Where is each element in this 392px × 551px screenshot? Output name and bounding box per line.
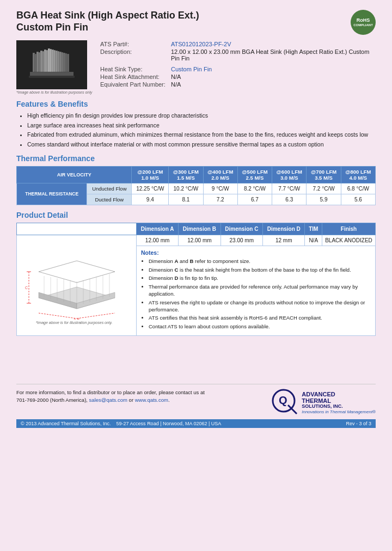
footer-contact: For more information, to find a distribu… — [16, 389, 205, 405]
note-3: Dimension D is fin tip to fin tip. — [149, 275, 371, 282]
note-6: ATS certifies that this heat sink assemb… — [149, 315, 371, 322]
svg-line-41 — [77, 313, 115, 319]
svg-rect-10 — [67, 54, 69, 72]
footer-contact-text: For more information, to find a distribu… — [16, 389, 205, 403]
col-200lfm: @200 LFM1.0 M/S — [132, 166, 169, 183]
unducted-600: 7.7 °C/W — [272, 183, 307, 194]
title-line1: BGA Heat Sink (High Aspect Ratio Ext.) — [16, 10, 199, 21]
notes-list: Dimension A and B refer to component siz… — [141, 258, 371, 330]
unducted-200: 12.25 °C/W — [132, 183, 169, 194]
dim-c-value: 23.00 mm — [220, 235, 262, 246]
finish-value: BLACK ANODIZED — [322, 235, 376, 246]
ducted-700: 5.9 — [307, 194, 341, 205]
svg-rect-16 — [53, 50, 56, 72]
dim-d-value: 12 mm — [263, 235, 305, 246]
product-details: ATS Part#: ATS012012023-PF-2V Descriptio… — [98, 40, 376, 94]
svg-rect-19 — [65, 53, 67, 72]
description-value: 12.00 x 12.00 x 23.00 mm BGA Heat Sink (… — [169, 48, 376, 62]
rohs-text: RoHS — [357, 17, 370, 23]
tim-value: N/A — [305, 235, 322, 246]
ducted-label: Ducted Flow — [87, 194, 132, 205]
copyright-bar: © 2013 Advanced Thermal Solutions, Inc. … — [16, 419, 376, 428]
footer: For more information, to find a distribu… — [16, 384, 376, 416]
ducted-800: 5.6 — [341, 194, 375, 205]
ducted-200: 9.4 — [132, 194, 169, 205]
col-500lfm: @500 LFM2.5 M/S — [237, 166, 272, 183]
dim-b-header: Dimension B — [179, 223, 220, 235]
header: BGA Heat Sink (High Aspect Ratio Ext.) C… — [16, 10, 376, 35]
ats-tagline: Innovations in Thermal Management® — [302, 409, 376, 414]
heat-sink-type-label: Heat Sink Type: — [98, 65, 169, 73]
feature-3: Fabricated from extruded aluminum, which… — [27, 131, 376, 139]
title-line2: Custom Pin Fin — [16, 22, 88, 33]
detail-table: ATS Part#: ATS012012023-PF-2V Descriptio… — [98, 40, 376, 88]
schematic-svg: C A,B — [22, 238, 126, 320]
svg-rect-0 — [30, 72, 74, 76]
note-1: Dimension A and B refer to component siz… — [149, 258, 371, 265]
heat-sink-type-value: Custom Pin Fin — [169, 65, 376, 73]
heat-sink-attachment-value: N/A — [169, 73, 376, 81]
svg-marker-35 — [39, 261, 115, 283]
note-5: ATS reserves the right to update or chan… — [149, 299, 371, 314]
product-image-box — [16, 40, 87, 89]
col-800lfm: @800 LFM4.0 M/S — [341, 166, 375, 183]
col-700lfm: @700 LFM3.5 M/S — [307, 166, 341, 183]
schematic-image-area: C A,B *Image above is for illustration p… — [20, 238, 128, 325]
heat-sink-attachment-label: Heat Sink Attachment: — [98, 73, 169, 81]
schematic-image-cell: C A,B *Image above is for illustration p… — [17, 235, 137, 335]
page: BGA Heat Sink (High Aspect Ratio Ext.) C… — [0, 0, 392, 551]
unducted-300: 10.2 °C/W — [169, 183, 203, 194]
svg-rect-12 — [38, 52, 40, 72]
ats-part-label: ATS Part#: — [98, 40, 169, 48]
unducted-500: 8.2 °C/W — [237, 183, 272, 194]
product-info: *Image above is for illustration purpose… — [16, 40, 376, 94]
col-400lfm: @400 LFM2.0 M/S — [203, 166, 237, 183]
product-detail-table: Schematic Image Dimension A Dimension B … — [16, 223, 376, 336]
equivalent-part-value: N/A — [169, 81, 376, 88]
unducted-700: 7.2 °C/W — [307, 183, 341, 194]
footer-website[interactable]: www.qats.com — [135, 397, 168, 403]
feature-2: Large surface area increases heat sink p… — [27, 121, 376, 130]
unducted-label: Unducted Flow — [87, 183, 132, 194]
equivalent-part-label: Equivalent Part Number: — [98, 81, 169, 88]
thermal-resistance-header: THERMAL RESISTANCE — [17, 183, 87, 205]
features-heading: Features & Benefits — [16, 100, 376, 108]
note-4: Thermal performance data are provided fo… — [149, 284, 371, 298]
svg-rect-11 — [34, 54, 36, 72]
svg-rect-13 — [42, 51, 44, 72]
dim-c-header: Dimension C — [220, 223, 262, 235]
ats-text-block: ADVANCED THERMAL SOLUTIONS, INC. Innovat… — [302, 391, 376, 414]
heatsink-illustration — [19, 42, 84, 88]
copyright: © 2013 Advanced Thermal Solutions, Inc. — [21, 421, 111, 426]
copyright-text: © 2013 Advanced Thermal Solutions, Inc. … — [21, 421, 221, 426]
footer-email[interactable]: sales@qats.com — [89, 397, 127, 403]
note-7: Contact ATS to learn about custom option… — [149, 323, 371, 330]
page-ref: Rev - 3 of 3 — [346, 421, 371, 426]
tim-header: TIM — [305, 223, 322, 235]
header-title: BGA Heat Sink (High Aspect Ratio Ext.) C… — [16, 10, 199, 33]
ducted-300: 8.1 — [169, 194, 203, 205]
finish-header: Finish — [322, 223, 376, 235]
ats-q-logo: Q — [272, 389, 299, 416]
ducted-600: 6.3 — [272, 194, 307, 205]
svg-text:A,B: A,B — [74, 317, 80, 320]
product-detail-heading: Product Detail — [16, 211, 376, 219]
svg-rect-18 — [61, 52, 63, 72]
ducted-500: 6.7 — [237, 194, 272, 205]
ats-logo: Q ADVANCED THERMAL SOLUTIONS, INC. Innov… — [272, 389, 376, 416]
feature-1: High efficiency pin fin design provides … — [27, 112, 376, 120]
svg-text:Q: Q — [279, 394, 287, 406]
notes-cell: Notes: Dimension A and B refer to compon… — [137, 246, 376, 335]
product-image-caption: *Image above is for illustration purpose… — [16, 90, 93, 94]
air-velocity-header: AIR VELOCITY — [17, 166, 132, 183]
dim-a-header: Dimension A — [137, 223, 179, 235]
svg-rect-15 — [50, 49, 52, 72]
features-list: High efficiency pin fin design provides … — [16, 112, 376, 149]
ducted-400: 7.2 — [203, 194, 237, 205]
svg-line-40 — [39, 313, 77, 319]
unducted-400: 9 °C/W — [203, 183, 237, 194]
svg-text:C: C — [25, 286, 28, 290]
ats-name-3: SOLUTIONS, INC. — [302, 404, 376, 409]
unducted-800: 6.8 °C/W — [341, 183, 375, 194]
description-label: Description: — [98, 48, 169, 62]
